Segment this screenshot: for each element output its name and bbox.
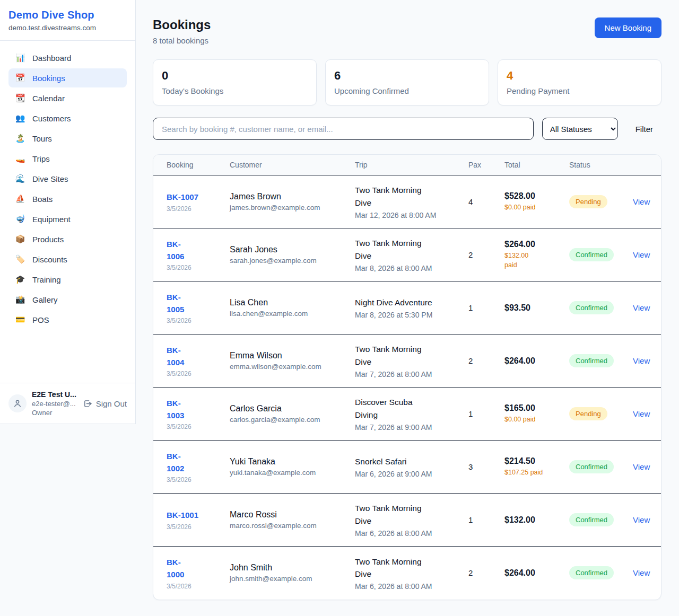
col-header-booking: Booking [153, 155, 225, 175]
status-badge: Confirmed [569, 566, 614, 579]
stat-value: 4 [507, 69, 652, 83]
page-title: Bookings [153, 17, 211, 32]
page-subtitle: 8 total bookings [153, 36, 211, 45]
customer-name: John Smith [230, 563, 346, 573]
sidebar-item-gallery[interactable]: 📸 Gallery [8, 290, 127, 309]
sidebar-item-customers[interactable]: 👥 Customers [8, 109, 127, 128]
sidebar-item-label: Trips [32, 154, 50, 163]
gallery-icon: 📸 [15, 295, 25, 304]
sidebar-item-calendar[interactable]: 📆 Calendar [8, 89, 127, 108]
sidebar-item-discounts[interactable]: 🏷️ Discounts [8, 250, 127, 269]
main-content: Bookings 8 total bookings New Booking 0 … [136, 0, 679, 600]
filter-button[interactable]: Filter [636, 125, 653, 134]
view-link[interactable]: View [633, 303, 650, 312]
booking-number-link[interactable]: BK- 1005 [167, 291, 221, 316]
customer-email: carlos.garcia@example.com [230, 416, 346, 424]
table-row: BK- 1002 3/5/2026 Yuki Tanaka yuki.tanak… [153, 441, 661, 494]
booking-number-link[interactable]: BK- 1006 [167, 238, 221, 263]
booking-date: 3/5/2026 [167, 370, 221, 377]
customer-name: James Brown [230, 192, 346, 201]
col-header-status: Status [565, 155, 629, 175]
stat-label: Upcoming Confirmed [334, 86, 480, 95]
customer-email: marco.rossi@example.com [230, 522, 346, 530]
sidebar-item-label: Products [32, 235, 64, 244]
view-link[interactable]: View [633, 515, 650, 524]
booking-date: 3/5/2026 [167, 317, 221, 324]
status-badge: Confirmed [569, 513, 614, 526]
boats-icon: ⛵ [15, 194, 25, 204]
pax-count: 4 [468, 197, 496, 206]
table-header-row: Booking Customer Trip Pax Total Status [153, 155, 661, 175]
table-body: BK-1007 3/5/2026 James Brown james.brown… [153, 175, 661, 600]
trip-name: Discover Scuba Diving [355, 396, 460, 421]
customer-email: james.brown@example.com [230, 204, 346, 212]
sidebar-item-label: Bookings [32, 74, 65, 83]
trip-name: Two Tank Morning Dive [355, 502, 460, 527]
sidebar-item-boats[interactable]: ⛵ Boats [8, 189, 127, 208]
trip-datetime: Mar 6, 2026 at 9:00 AM [355, 470, 460, 478]
view-link[interactable]: View [633, 197, 650, 206]
customer-name: Carlos Garcia [230, 404, 346, 413]
sidebar-item-dashboard[interactable]: 📊 Dashboard [8, 48, 127, 67]
trip-name: Two Tank Morning Dive [355, 556, 460, 580]
status-badge: Confirmed [569, 354, 614, 367]
view-link[interactable]: View [633, 250, 650, 259]
table-row: BK-1007 3/5/2026 James Brown james.brown… [153, 175, 661, 228]
sidebar-item-trips[interactable]: 🚤 Trips [8, 149, 127, 168]
status-select[interactable]: All Statuses [542, 118, 618, 140]
paid-amount: $132.00 paid [504, 251, 561, 270]
stat-card-upcoming-confirmed: 6 Upcoming Confirmed [325, 59, 489, 105]
sidebar-item-tours[interactable]: 🏝️ Tours [8, 129, 127, 148]
stat-label: Today's Bookings [162, 86, 308, 95]
trip-datetime: Mar 6, 2026 at 8:00 AM [355, 529, 460, 538]
trip-datetime: Mar 8, 2026 at 8:00 AM [355, 264, 460, 272]
booking-date: 3/5/2026 [167, 205, 221, 213]
sidebar-item-bookings[interactable]: 📅 Bookings [8, 68, 127, 87]
trip-name: Night Dive Adventure [355, 296, 460, 309]
booking-number-link[interactable]: BK- 1004 [167, 344, 221, 369]
bookings-table: Booking Customer Trip Pax Total Status B… [153, 155, 661, 600]
view-link[interactable]: View [633, 409, 650, 418]
sidebar-item-dive-sites[interactable]: 🌊 Dive Sites [8, 169, 127, 188]
sign-out-button[interactable]: Sign Out [83, 399, 127, 408]
products-icon: 📦 [15, 234, 25, 244]
shop-domain: demo.test.divestreams.com [8, 24, 127, 32]
booking-number-link[interactable]: BK- 1000 [167, 556, 221, 581]
trip-datetime: Mar 12, 2026 at 8:00 AM [355, 211, 460, 219]
user-name: E2E Test U... [32, 390, 78, 399]
booking-date: 3/5/2026 [167, 583, 221, 590]
search-input[interactable] [153, 118, 534, 140]
status-badge: Confirmed [569, 248, 614, 261]
tours-icon: 🏝️ [15, 134, 25, 143]
trip-name: Two Tank Morning Dive [355, 237, 460, 262]
trips-icon: 🚤 [15, 154, 25, 163]
bookings-icon: 📅 [15, 73, 25, 83]
col-header-total: Total [500, 155, 565, 175]
sidebar-item-label: Equipment [32, 215, 71, 224]
booking-number-link[interactable]: BK-1007 [167, 191, 221, 203]
user-info: E2E Test U... e2e-tester@... Owner [32, 390, 78, 417]
discounts-icon: 🏷️ [15, 254, 25, 264]
customer-name: Lisa Chen [230, 298, 346, 307]
sidebar-item-equipment[interactable]: 🤿 Equipment [8, 209, 127, 228]
paid-amount: $107.25 paid [504, 468, 561, 478]
status-badge: Confirmed [569, 301, 614, 314]
booking-number-link[interactable]: BK- 1003 [167, 397, 221, 422]
pax-count: 3 [468, 462, 496, 471]
view-link[interactable]: View [633, 462, 650, 471]
new-booking-button[interactable]: New Booking [595, 17, 661, 38]
view-link[interactable]: View [633, 356, 650, 365]
sidebar-item-training[interactable]: 🎓 Training [8, 270, 127, 289]
sidebar-item-label: POS [32, 315, 49, 324]
booking-number-link[interactable]: BK- 1002 [167, 450, 221, 475]
total-amount: $93.50 [504, 303, 561, 313]
customer-name: Emma Wilson [230, 351, 346, 360]
col-header-pax: Pax [464, 155, 500, 175]
booking-number-link[interactable]: BK-1001 [167, 509, 221, 521]
sidebar-item-products[interactable]: 📦 Products [8, 230, 127, 249]
view-link[interactable]: View [633, 568, 650, 577]
sidebar-item-pos[interactable]: 💳 POS [8, 310, 127, 329]
customers-icon: 👥 [15, 113, 25, 123]
table-row: BK- 1003 3/5/2026 Carlos Garcia carlos.g… [153, 388, 661, 441]
trip-datetime: Mar 8, 2026 at 5:30 PM [355, 311, 460, 319]
